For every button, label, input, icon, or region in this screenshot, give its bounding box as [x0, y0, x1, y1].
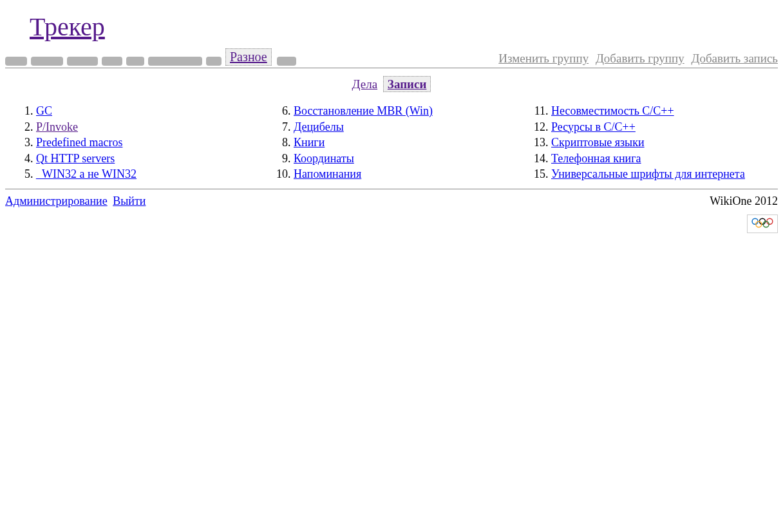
tab-misc[interactable]: Разное [225, 48, 272, 66]
footer-left: Администрирование Выйти [5, 195, 148, 208]
subtab-tasks[interactable]: Дела [352, 77, 378, 91]
nav-placeholder [102, 57, 122, 66]
list-item: Восстановление MBR (Win) [294, 103, 520, 119]
olympic-rings-icon [747, 214, 778, 233]
record-link[interactable]: P/Invoke [36, 120, 78, 133]
brand-label: WikiOne 2012 [710, 195, 778, 207]
record-link[interactable]: Несовместимость C/C++ [551, 104, 674, 117]
records-list: GC P/Invoke Predefined macros Qt HTTP se… [5, 103, 778, 182]
list-item: Скриптовые языки [551, 135, 778, 151]
subtab-records[interactable]: Записи [383, 76, 431, 92]
nav-placeholder [206, 57, 222, 66]
nav-placeholder [277, 57, 296, 66]
record-link[interactable]: Восстановление MBR (Win) [294, 104, 433, 117]
list-item: Децибелы [294, 119, 520, 135]
list-item: Книги [294, 135, 520, 151]
record-link[interactable]: Predefined macros [36, 136, 122, 149]
list-item: Predefined macros [36, 135, 263, 151]
nav-placeholder [5, 57, 27, 66]
action-add-group[interactable]: Добавить группу [596, 52, 684, 65]
link-logout[interactable]: Выйти [113, 195, 146, 207]
topbar-actions: Изменить группу Добавить группу Добавить… [495, 52, 778, 66]
record-link[interactable]: Координаты [294, 152, 354, 165]
record-link[interactable]: Децибелы [294, 120, 344, 133]
action-add-record[interactable]: Добавить запись [691, 52, 778, 65]
nav-placeholder [126, 57, 144, 66]
record-link[interactable]: Универсальные шрифты для интернета [551, 167, 745, 180]
record-link[interactable]: Скриптовые языки [551, 136, 645, 149]
list-item: Несовместимость C/C++ [551, 103, 778, 119]
divider [5, 189, 778, 189]
record-link[interactable]: Телефонная книга [551, 152, 641, 165]
footer-right: WikiOne 2012 [710, 195, 778, 233]
action-edit-group[interactable]: Изменить группу [498, 52, 589, 65]
list-item: Телефонная книга [551, 151, 778, 167]
list-item: Координаты [294, 151, 520, 167]
record-link[interactable]: Ресурсы в C/C++ [551, 120, 636, 133]
record-link[interactable]: Книги [294, 136, 325, 149]
list-item: Напоминания [294, 166, 520, 182]
list-item: P/Invoke [36, 119, 263, 135]
nav-placeholder [67, 57, 98, 66]
page-title: Трекер [30, 12, 778, 42]
list-item: GC [36, 103, 263, 119]
nav-placeholder [148, 57, 202, 66]
tab-misc-link[interactable]: Разное [230, 50, 267, 64]
subnav: Дела Записи [5, 77, 778, 91]
page-title-link[interactable]: Трекер [30, 12, 105, 41]
footer: Администрирование Выйти WikiOne 2012 [5, 195, 778, 233]
record-link[interactable]: _WIN32 а не WIN32 [36, 167, 137, 180]
record-link[interactable]: Напоминания [294, 167, 361, 180]
record-link[interactable]: GC [36, 104, 52, 117]
topbar: Разное Изменить группу Добавить группу Д… [5, 48, 778, 68]
list-item: Qt HTTP servers [36, 151, 263, 167]
topbar-left: Разное [5, 48, 297, 66]
link-admin[interactable]: Администрирование [5, 195, 108, 207]
subtab-records-link[interactable]: Записи [388, 77, 427, 91]
list-item: Универсальные шрифты для интернета [551, 166, 778, 182]
nav-placeholder [31, 57, 63, 66]
list-item: Ресурсы в C/C++ [551, 119, 778, 135]
list-item: _WIN32 а не WIN32 [36, 166, 263, 182]
record-link[interactable]: Qt HTTP servers [36, 152, 115, 165]
